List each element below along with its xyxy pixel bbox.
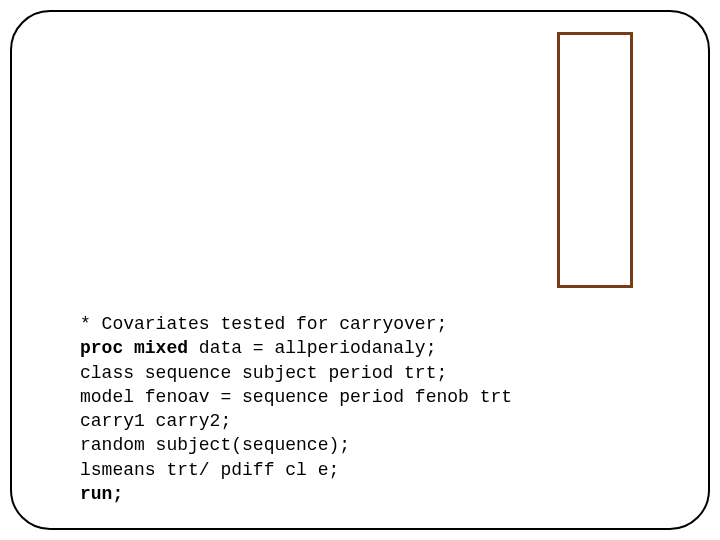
highlight-box: [557, 32, 633, 288]
slide-frame: * Covariates tested for carryover; proc …: [10, 10, 710, 530]
code-line-lsmeans: lsmeans trt/ pdiff cl e;: [80, 458, 523, 482]
keyword-proc-mixed: proc mixed: [80, 338, 188, 358]
code-line-random: random subject(sequence);: [80, 433, 523, 457]
code-line-model: model fenoav = sequence period fenob trt: [80, 385, 523, 409]
code-block: * Covariates tested for carryover; proc …: [80, 312, 523, 506]
code-line-carry: carry1 carry2;: [80, 409, 523, 433]
code-line-comment: * Covariates tested for carryover;: [80, 312, 523, 336]
code-rest-l2: data = allperiodanaly;: [188, 338, 436, 358]
code-line-class: class sequence subject period trt;: [80, 361, 523, 385]
code-line-run: run;: [80, 482, 523, 506]
code-line-proc: proc mixed data = allperiodanaly;: [80, 336, 523, 360]
